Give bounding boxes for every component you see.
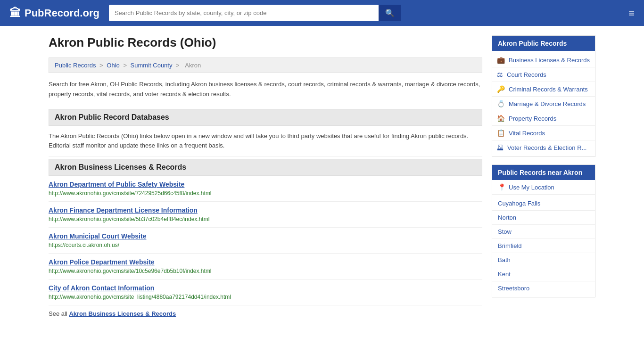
breadcrumb-summit-county[interactable]: Summit County (131, 62, 173, 69)
sidebar-record-icon: 🗳 (497, 144, 504, 151)
breadcrumb-sep-3: > (176, 62, 181, 69)
sidebar-record-icon: 💍 (497, 100, 505, 107)
nearby-sidebar-box: Public Records near Akron 📍 Use My Locat… (492, 165, 595, 297)
header: 🏛 PubRecord.org 🔍 ≡ (0, 0, 644, 26)
see-all-section: See all Akron Business Licenses & Record… (49, 305, 482, 322)
nearby-city-link[interactable]: Norton (492, 211, 595, 224)
pin-icon: 📍 (498, 183, 506, 191)
breadcrumb-public-records[interactable]: Public Records (55, 62, 96, 69)
search-container: 🔍 (109, 5, 401, 21)
sidebar-record-link[interactable]: 🏠 Property Records (492, 111, 595, 125)
sidebar: Akron Public Records 💼 Business Licenses… (492, 35, 595, 322)
record-link-url: https://courts.ci.akron.oh.us/ (49, 242, 119, 248)
record-link-title[interactable]: Akron Finance Department License Informa… (49, 206, 482, 214)
breadcrumb: Public Records > Ohio > Summit County > … (49, 58, 482, 73)
sidebar-record-link[interactable]: 📋 Vital Records (492, 126, 595, 140)
nearby-city-link[interactable]: Streetsboro (492, 281, 595, 295)
see-all-text: See all (49, 310, 67, 317)
sidebar-record-link[interactable]: 🗳 Voter Records & Election R... (492, 140, 595, 155)
sidebar-record-label: Property Records (509, 115, 556, 122)
content-area: Akron Public Records (Ohio) Public Recor… (49, 35, 482, 322)
sidebar-record-icon: ⚖ (497, 71, 503, 78)
logo-text: PubRecord.org (25, 7, 99, 19)
nearby-links-list: Cuyahoga Falls Norton Stow Brimfield Bat… (492, 195, 595, 297)
sidebar-record-links: 💼 Business Licenses & Records ⚖ Court Re… (492, 51, 595, 156)
business-section-header: Akron Business Licenses & Records (49, 159, 482, 176)
nearby-city-link[interactable]: Bath (492, 253, 595, 267)
record-link-title[interactable]: Akron Municipal Court Website (49, 232, 482, 240)
databases-section-header: Akron Public Record Databases (49, 109, 482, 126)
nearby-city-link[interactable]: Kent (492, 267, 595, 281)
sidebar-record-icon: 🔑 (497, 85, 505, 93)
record-link-url: http://www.akronohio.gov/cms/site/5b37c0… (49, 216, 209, 222)
record-link-item: Akron Police Department Website http://w… (49, 254, 482, 280)
sidebar-record-link[interactable]: 💍 Marriage & Divorce Records (492, 97, 595, 111)
sidebar-record-label: Marriage & Divorce Records (509, 100, 586, 107)
record-link-item: Akron Department of Public Safety Websit… (49, 176, 482, 202)
records-sidebar-box: Akron Public Records 💼 Business Licenses… (492, 35, 595, 157)
databases-description: The Akron Public Records (Ohio) links be… (49, 126, 482, 157)
record-link-url: http://www.akronohio.gov/cms/site_listin… (49, 294, 231, 300)
sidebar-record-icon: 📋 (497, 129, 505, 137)
nearby-city-link[interactable]: Cuyahoga Falls (492, 197, 595, 210)
breadcrumb-ohio[interactable]: Ohio (107, 62, 119, 69)
nearby-city-link[interactable]: Brimfield (492, 239, 595, 253)
see-all-link[interactable]: Akron Business Licenses & Records (69, 310, 176, 317)
hamburger-icon: ≡ (628, 7, 635, 19)
breadcrumb-sep-1: > (99, 62, 105, 69)
page-title: Akron Public Records (Ohio) (49, 35, 482, 50)
records-sidebar-title: Akron Public Records (492, 36, 595, 51)
use-location-label: Use My Location (509, 184, 554, 191)
logo[interactable]: 🏛 PubRecord.org (9, 7, 99, 20)
sidebar-record-label: Voter Records & Election R... (507, 144, 586, 151)
search-icon: 🔍 (385, 9, 395, 17)
logo-icon: 🏛 (9, 7, 21, 20)
sidebar-record-link[interactable]: ⚖ Court Records (492, 67, 595, 82)
sidebar-record-label: Business Licenses & Records (509, 57, 590, 64)
nearby-sidebar-title: Public Records near Akron (492, 165, 595, 180)
nearby-city-link[interactable]: Stow (492, 225, 595, 239)
search-button[interactable]: 🔍 (379, 5, 401, 21)
sidebar-record-link[interactable]: 🔑 Criminal Records & Warrants (492, 82, 595, 96)
record-link-title[interactable]: City of Akron Contact Information (49, 284, 482, 292)
record-link-url: http://www.akronohio.gov/cms/site/724295… (49, 190, 212, 197)
search-input[interactable] (109, 5, 379, 21)
record-link-item: Akron Finance Department License Informa… (49, 202, 482, 228)
links-list: Akron Department of Public Safety Websit… (49, 176, 482, 305)
record-link-item: City of Akron Contact Information http:/… (49, 280, 482, 305)
sidebar-record-label: Criminal Records & Warrants (509, 86, 588, 93)
breadcrumb-sep-2: > (123, 62, 128, 69)
menu-button[interactable]: ≡ (628, 7, 635, 19)
record-link-item: Akron Municipal Court Website https://co… (49, 228, 482, 254)
use-location-button[interactable]: 📍 Use My Location (492, 180, 595, 195)
main-container: Akron Public Records (Ohio) Public Recor… (39, 26, 605, 331)
record-link-url: http://www.akronohio.gov/cms/site/10c5e9… (49, 268, 212, 274)
record-link-title[interactable]: Akron Department of Public Safety Websit… (49, 181, 482, 188)
sidebar-record-label: Vital Records (509, 130, 545, 137)
sidebar-record-label: Court Records (507, 71, 546, 78)
sidebar-record-icon: 🏠 (497, 115, 505, 122)
sidebar-record-link[interactable]: 💼 Business Licenses & Records (492, 53, 595, 67)
sidebar-record-icon: 💼 (497, 56, 505, 64)
page-description: Search for free Akron, OH Public Records… (49, 80, 482, 99)
record-link-title[interactable]: Akron Police Department Website (49, 258, 482, 266)
breadcrumb-akron: Akron (185, 62, 201, 69)
